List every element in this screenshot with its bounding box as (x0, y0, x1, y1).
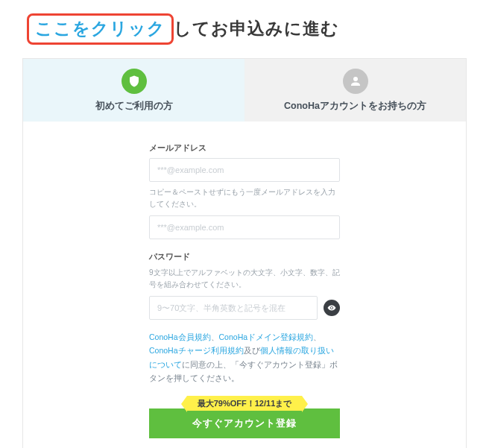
promo-ribbon-wrap: 最大79%OFF！12/11まで (149, 396, 340, 409)
link-members-terms[interactable]: ConoHa会員規約 (149, 332, 211, 341)
headline-rest: してお申込みに進む (174, 19, 339, 38)
link-domain-terms[interactable]: ConoHaドメイン登録規約 (219, 332, 314, 341)
password-label: パスワード (149, 251, 340, 262)
signup-form: メールアドレス コピー＆ペーストせずにもう一度メールアドレスを入力してください。… (23, 122, 466, 448)
password-field[interactable] (149, 296, 318, 320)
password-hint: 9文字以上でアルファベットの大文字、小文字、数字、記号を組み合わせてください。 (149, 267, 340, 290)
promo-text: 最大79%OFF！12/11まで (187, 396, 303, 411)
email-field[interactable] (149, 158, 340, 182)
signup-card: 初めてご利用の方 ConoHaアカウントをお持ちの方 メールアドレス コピー＆ペ… (22, 58, 467, 448)
shield-icon (122, 69, 147, 94)
email-confirm-hint: コピー＆ペーストせずにもう一度メールアドレスを入力してください。 (149, 186, 340, 209)
register-button[interactable]: 今すぐアカウント登録 (149, 408, 340, 438)
tab-existing-label: ConoHaアカウントをお持ちの方 (284, 100, 426, 113)
person-icon (343, 69, 368, 94)
promo-ribbon: 最大79%OFF！12/11まで (187, 396, 303, 409)
tab-first-time-label: 初めてご利用の方 (95, 100, 173, 113)
link-charge-terms[interactable]: ConoHaチャージ利用規約 (149, 346, 244, 355)
terms-text: ConoHa会員規約、ConoHaドメイン登録規約、ConoHaチャージ利用規約… (149, 330, 340, 385)
tabs: 初めてご利用の方 ConoHaアカウントをお持ちの方 (23, 59, 466, 122)
email-label: メールアドレス (149, 142, 340, 154)
email-confirm-field[interactable] (149, 215, 340, 239)
headline: ここをクリックしてお申込みに進む (0, 0, 489, 54)
tab-first-time[interactable]: 初めてご利用の方 (23, 59, 245, 122)
headline-click-highlight: ここをクリック (27, 13, 174, 45)
eye-icon (327, 303, 336, 312)
password-visibility-toggle[interactable] (324, 300, 340, 316)
tab-existing[interactable]: ConoHaアカウントをお持ちの方 (245, 59, 466, 122)
